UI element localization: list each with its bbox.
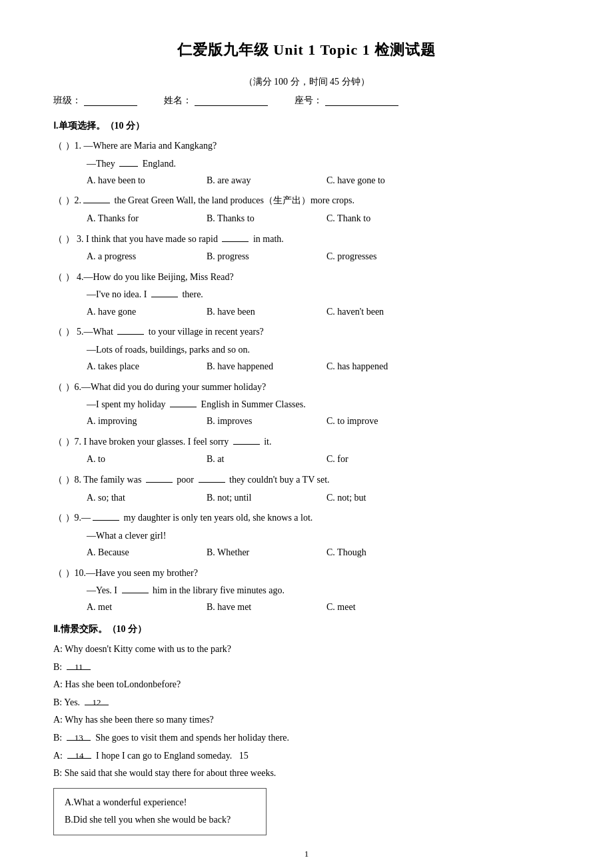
q5-optB: B. have happened (207, 358, 326, 376)
q8-optB: B. not; until (207, 489, 326, 507)
s2-line-6: B: 13 She goes to visit them and spends … (53, 729, 560, 747)
q4-optC: C. haven't been (326, 303, 446, 321)
s2-line-5: A: Why has she been there so many times? (53, 711, 560, 729)
q8-optC: C. not; but (326, 489, 446, 507)
s2-line-7: A: 14 I hope I can go to England someday… (53, 747, 560, 765)
q7-optC: C. for (326, 451, 446, 469)
class-label: 班级： (53, 95, 81, 107)
q2-optC: C. Thank to (326, 210, 446, 228)
q8-prompt: 8. The family was poor they couldn't buy… (75, 471, 330, 489)
question-7: （ ） 7. I have broken your glasses. I fee… (53, 433, 560, 469)
q6-prompt: 6.—What did you do during your summer ho… (75, 379, 267, 397)
question-4: （ ） 4.—How do you like Beijing, Miss Rea… (53, 269, 560, 321)
section1-title: Ⅰ.单项选择。（10 分） (53, 120, 560, 132)
q10-optC: C. meet (326, 599, 446, 617)
subtitle: （满分 100 分，时间 45 分钟） (53, 76, 560, 88)
q7-prompt: 7. I have broken your glasses. I feel so… (75, 433, 272, 451)
q10-optB: B. have met (207, 599, 326, 617)
q9-optB: B. Whether (207, 544, 326, 562)
q3-optC: C. progresses (326, 248, 446, 266)
paren-8: （ ） (53, 471, 75, 489)
q1-num: 1. (75, 137, 82, 155)
s2-line-3: A: Has she been toLondonbefore? (53, 676, 560, 694)
q10-prompt: 10.—Have you seen my brother? (75, 565, 198, 583)
q9-dialog: —What a clever girl! (87, 531, 166, 541)
q5-optA: A. takes place (87, 358, 207, 376)
q1-optA: A. have been to (87, 172, 207, 190)
q8-optA: A. so; that (87, 489, 207, 507)
q7-optB: B. at (207, 451, 326, 469)
q9-optA: A. Because (87, 544, 207, 562)
seat-blank[interactable] (325, 95, 398, 106)
q5-dialog: —Lots of roads, buildings, parks and so … (87, 345, 250, 355)
s2-line-4: B: Yes. 12 (53, 694, 560, 712)
question-6: （ ） 6.—What did you do during your summe… (53, 379, 560, 431)
question-9: （ ） 9.— my daughter is only ten years ol… (53, 509, 560, 561)
q6-dialog: —I spent my holiday English in Summer Cl… (87, 399, 306, 409)
q1-dialog: —They England. (87, 159, 176, 169)
answer-choices-box: A.What a wonderful experience! B.Did she… (53, 788, 267, 835)
q5-optC: C. has happened (326, 358, 446, 376)
q1-optC: C. have gone to (326, 172, 446, 190)
page-title: 仁爱版九年级 Unit 1 Topic 1 检测试题 (53, 40, 560, 60)
q3-optB: B. progress (207, 248, 326, 266)
q4-prompt: 4.—How do you like Beijing, Miss Read? (75, 269, 234, 287)
q1-prompt: —Where are Maria and Kangkang? (81, 137, 217, 155)
q4-optB: B. have been (207, 303, 326, 321)
q4-dialog: —I've no idea. I there. (87, 289, 203, 299)
section2-content: A: Why doesn't Kitty come with us to the… (53, 641, 560, 783)
question-5: （ ） 5.—What to your village in recent ye… (53, 323, 560, 375)
s2-line-1: A: Why doesn't Kitty come with us to the… (53, 641, 560, 659)
q6-optA: A. improving (87, 413, 207, 431)
paren-2: （ ） (53, 192, 75, 210)
q3-prompt: 3. I think that you have made so rapid i… (75, 231, 284, 249)
name-blank[interactable] (195, 95, 268, 106)
q3-optA: A. a progress (87, 248, 207, 266)
choice-A: A.What a wonderful experience! (65, 794, 255, 812)
paren-3: （ ） (53, 231, 75, 249)
paren-10: （ ） (53, 565, 75, 583)
seat-label: 座号： (295, 95, 322, 107)
paren-6: （ ） (53, 379, 75, 397)
question-3: （ ） 3. I think that you have made so rap… (53, 231, 560, 266)
info-row: 班级： 姓名： 座号： (53, 95, 560, 107)
paren-5: （ ） (53, 323, 75, 341)
page-number: 1 (53, 849, 560, 859)
q2-optA: A. Thanks for (87, 210, 207, 228)
class-blank[interactable] (84, 95, 137, 106)
question-1: （ ） 1. —Where are Maria and Kangkang? —T… (53, 137, 560, 189)
question-8: （ ） 8. The family was poor they couldn't… (53, 471, 560, 507)
paren-1: （ ） (53, 137, 75, 155)
q4-optA: A. have gone (87, 303, 207, 321)
paren-9: （ ） (53, 509, 75, 527)
name-label: 姓名： (164, 95, 192, 107)
section2-title: Ⅱ.情景交际。（10 分） (53, 623, 560, 635)
q2-optB: B. Thanks to (207, 210, 326, 228)
q6-optB: B. improves (207, 413, 326, 431)
paren-7: （ ） (53, 433, 75, 451)
q10-optA: A. met (87, 599, 207, 617)
q5-prompt: 5.—What to your village in recent years? (75, 323, 264, 341)
q7-optA: A. to (87, 451, 207, 469)
q9-optC: C. Though (326, 544, 446, 562)
question-2: （ ） 2. the Great Green Wall, the land pr… (53, 192, 560, 227)
q1-optB: B. are away (207, 172, 326, 190)
s2-line-2: B: 11 (53, 659, 560, 677)
choice-B: B.Did she tell you when she would be bac… (65, 811, 255, 829)
q6-optC: C. to improve (326, 413, 446, 431)
paren-4: （ ） (53, 269, 75, 287)
question-10: （ ） 10.—Have you seen my brother? —Yes. … (53, 565, 560, 617)
s2-line-8: B: She said that she would stay there fo… (53, 765, 560, 783)
q9-prompt: 9.— my daughter is only ten years old, s… (75, 509, 313, 527)
q10-dialog: —Yes. I him in the library five minutes … (87, 585, 285, 595)
q2-prompt: 2. the Great Green Wall, the land produc… (75, 192, 355, 210)
